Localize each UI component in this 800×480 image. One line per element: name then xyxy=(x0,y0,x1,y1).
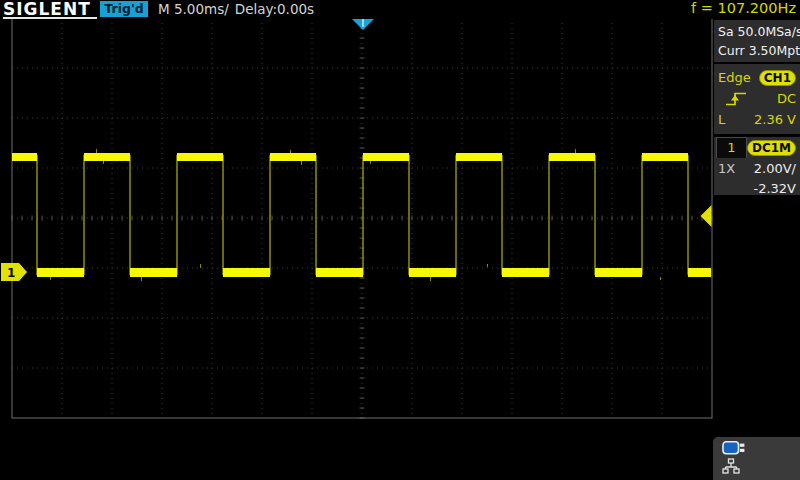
trigger-level-marker[interactable] xyxy=(701,205,712,227)
trigger-coupling-label: DC xyxy=(777,91,796,106)
trigger-level-value: 2.36 V xyxy=(754,112,796,127)
trigger-level-letter: L xyxy=(718,112,725,127)
trace-edge xyxy=(641,155,643,275)
channel1-panel[interactable]: 1 DC1M 1X 2.00V/ -2.32V xyxy=(714,137,800,195)
usb-icon xyxy=(722,440,748,456)
trace-low-segment xyxy=(409,268,456,277)
header-bar: SIGLENT Trig'd M 5.00ms/Delay:0.00s f = … xyxy=(0,0,800,19)
frequency-readout: f = 107.200Hz xyxy=(691,0,796,17)
trace-low-segment xyxy=(130,268,177,277)
trace-low-segment xyxy=(595,268,642,277)
trace-edge xyxy=(269,155,271,275)
channel1-tab[interactable]: 1 xyxy=(716,137,747,158)
trace-edge xyxy=(315,155,317,275)
trace-edge xyxy=(129,155,131,275)
trace-edge xyxy=(36,155,38,275)
logo-underline xyxy=(3,17,97,19)
trace-low-segment xyxy=(316,268,363,277)
trace-high-segment xyxy=(270,153,316,161)
trace-edge xyxy=(455,155,457,275)
trace-low-segment xyxy=(37,268,84,277)
trace-low-segment xyxy=(223,268,270,277)
channel1-marker-label: 1 xyxy=(7,266,15,280)
trace-high-segment xyxy=(177,153,223,161)
trigger-status-badge: Trig'd xyxy=(100,1,148,17)
trace-high-segment xyxy=(84,153,130,161)
trace-edge xyxy=(222,155,224,275)
timebase-readout: M 5.00ms/Delay:0.00s xyxy=(158,1,320,17)
trigger-type-label: Edge xyxy=(718,70,751,85)
trace-edge xyxy=(501,155,503,275)
trace-edge xyxy=(176,155,178,275)
timebase-label: M 5.00ms/ xyxy=(158,1,229,17)
rising-edge-icon xyxy=(724,90,748,108)
sample-rate-label: Sa 50.0MSa/s xyxy=(718,22,800,41)
delay-label: Delay:0.00s xyxy=(235,1,314,17)
lan-icon xyxy=(722,458,740,476)
trace-high-segment xyxy=(12,153,37,161)
trace-low-segment xyxy=(502,268,549,277)
trace-edge xyxy=(687,155,689,275)
trace-edge xyxy=(594,155,596,275)
memory-depth-label: Curr 3.50Mpts xyxy=(718,41,800,60)
status-icon-panel xyxy=(713,437,800,480)
trigger-panel[interactable]: Edge CH1 DC L 2.36 V xyxy=(714,64,800,134)
channel1-offset-label: -2.32V xyxy=(753,181,796,196)
trace-edge xyxy=(548,155,550,275)
trace-high-segment xyxy=(363,153,409,161)
trace-high-segment xyxy=(456,153,502,161)
trace-edge xyxy=(362,155,364,275)
channel1-coupling-badge[interactable]: DC1M xyxy=(747,140,796,156)
trigger-source-badge[interactable]: CH1 xyxy=(759,70,796,86)
probe-attenuation-label: 1X xyxy=(718,161,735,176)
volts-per-div-label: 2.00V/ xyxy=(754,161,796,176)
trace-edge xyxy=(408,155,410,275)
trace-high-segment xyxy=(642,153,688,161)
trace-edge xyxy=(83,155,85,275)
acquisition-panel[interactable]: Sa 50.0MSa/s Curr 3.50Mpts xyxy=(714,20,800,62)
scope-display: 1 xyxy=(0,0,800,480)
trace-low-segment xyxy=(688,268,711,277)
trace-high-segment xyxy=(549,153,595,161)
